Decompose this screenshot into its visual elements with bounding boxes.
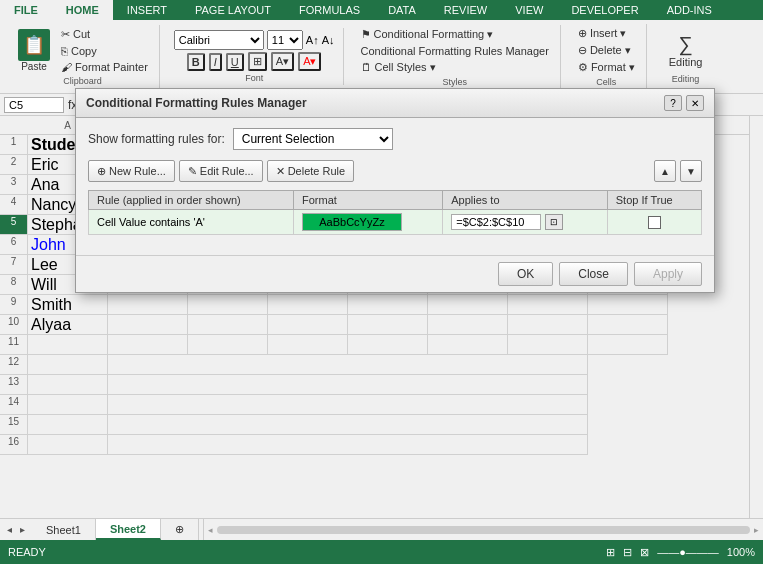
cell-g11[interactable] bbox=[508, 335, 588, 355]
zoom-slider[interactable]: ——●——— bbox=[657, 546, 719, 558]
view-page-break-icon[interactable]: ⊠ bbox=[640, 546, 649, 559]
increase-font-icon[interactable]: A↑ bbox=[306, 34, 319, 46]
font-label: Font bbox=[245, 73, 263, 83]
tab-page-layout[interactable]: PAGE LAYOUT bbox=[181, 0, 285, 20]
horizontal-scrollbar[interactable]: ◂ ▸ bbox=[203, 519, 763, 540]
tab-add-ins[interactable]: ADD-INS bbox=[653, 0, 726, 20]
cell-f10[interactable] bbox=[428, 315, 508, 335]
delete-rule-button[interactable]: ✕ Delete Rule bbox=[267, 160, 354, 182]
ok-button[interactable]: OK bbox=[498, 262, 553, 286]
font-family-select[interactable]: Calibri bbox=[174, 30, 264, 50]
vertical-scrollbar[interactable] bbox=[749, 116, 763, 518]
cell-c11[interactable] bbox=[188, 335, 268, 355]
move-down-button[interactable]: ▼ bbox=[680, 160, 702, 182]
show-rules-select[interactable]: Current Selection bbox=[233, 128, 393, 150]
cell-rest-15[interactable] bbox=[108, 415, 588, 435]
new-rule-label: New Rule... bbox=[109, 165, 166, 177]
format-cells-button[interactable]: ⚙ Format ▾ bbox=[575, 60, 638, 75]
cell-range-input[interactable] bbox=[451, 214, 541, 230]
cut-button[interactable]: ✂ Cut bbox=[58, 27, 151, 42]
cell-g10[interactable] bbox=[508, 315, 588, 335]
tab-review[interactable]: REVIEW bbox=[430, 0, 501, 20]
tab-home[interactable]: HOME bbox=[52, 0, 113, 20]
cell-a13[interactable] bbox=[28, 375, 108, 395]
tab-formulas[interactable]: FORMULAS bbox=[285, 0, 374, 20]
cell-a15[interactable] bbox=[28, 415, 108, 435]
collapse-range-button[interactable]: ⊡ bbox=[545, 214, 563, 230]
edit-rule-button[interactable]: ✎ Edit Rule... bbox=[179, 160, 263, 182]
sheet-tab-sheet2[interactable]: Sheet2 bbox=[96, 519, 161, 540]
cell-h11[interactable] bbox=[588, 335, 668, 355]
sheet-next-button[interactable]: ▸ bbox=[17, 524, 28, 535]
cell-f11[interactable] bbox=[428, 335, 508, 355]
cell-rest-14[interactable] bbox=[108, 395, 588, 415]
cell-b10[interactable] bbox=[108, 315, 188, 335]
cell-e11[interactable] bbox=[348, 335, 428, 355]
cell-e10[interactable] bbox=[348, 315, 428, 335]
cell-c9[interactable] bbox=[188, 295, 268, 315]
col-header-applies-to: Applies to bbox=[443, 191, 608, 210]
sheet-prev-button[interactable]: ◂ bbox=[4, 524, 15, 535]
dialog-close-button[interactable]: ✕ bbox=[686, 95, 704, 111]
view-normal-icon[interactable]: ⊞ bbox=[606, 546, 615, 559]
cell-a14[interactable] bbox=[28, 395, 108, 415]
fill-color-button[interactable]: A▾ bbox=[271, 52, 294, 71]
cell-g9[interactable] bbox=[508, 295, 588, 315]
cell-rest-12[interactable] bbox=[108, 355, 588, 375]
border-button[interactable]: ⊞ bbox=[248, 52, 267, 71]
tab-view[interactable]: VIEW bbox=[501, 0, 557, 20]
cell-a16[interactable] bbox=[28, 435, 108, 455]
zoom-level: 100% bbox=[727, 546, 755, 558]
tab-file[interactable]: FILE bbox=[0, 0, 52, 20]
rule-row-1[interactable]: Cell Value contains 'A' AaBbCcYyZz ⊡ bbox=[89, 210, 702, 235]
paste-button[interactable]: 📋 Paste bbox=[14, 27, 54, 74]
cell-d9[interactable] bbox=[268, 295, 348, 315]
cell-a11[interactable] bbox=[28, 335, 108, 355]
cell-a9[interactable]: Smith bbox=[28, 295, 108, 315]
delete-rule-icon: ✕ bbox=[276, 165, 285, 178]
cell-h10[interactable] bbox=[588, 315, 668, 335]
tab-data[interactable]: DATA bbox=[374, 0, 430, 20]
move-up-button[interactable]: ▲ bbox=[654, 160, 676, 182]
stop-if-true-checkbox[interactable] bbox=[648, 216, 661, 229]
name-box[interactable] bbox=[4, 97, 64, 113]
new-rule-button[interactable]: ⊕ New Rule... bbox=[88, 160, 175, 182]
cell-styles-button[interactable]: 🗒 Cell Styles ▾ bbox=[358, 60, 552, 75]
format-preview: AaBbCcYyZz bbox=[302, 213, 402, 231]
cell-c10[interactable] bbox=[188, 315, 268, 335]
apply-button[interactable]: Apply bbox=[634, 262, 702, 286]
add-sheet-button[interactable]: ⊕ bbox=[161, 519, 199, 540]
row-num-12: 12 bbox=[0, 355, 28, 375]
applies-to-container: ⊡ bbox=[451, 214, 599, 230]
cell-a12[interactable] bbox=[28, 355, 108, 375]
close-button[interactable]: Close bbox=[559, 262, 628, 286]
cell-d11[interactable] bbox=[268, 335, 348, 355]
view-layout-icon[interactable]: ⊟ bbox=[623, 546, 632, 559]
italic-button[interactable]: I bbox=[209, 53, 222, 71]
decrease-font-icon[interactable]: A↓ bbox=[322, 34, 335, 46]
cell-rest-16[interactable] bbox=[108, 435, 588, 455]
cell-rest-13[interactable] bbox=[108, 375, 588, 395]
insert-cells-button[interactable]: ⊕ Insert ▾ bbox=[575, 26, 638, 41]
sheet-tab-sheet1[interactable]: Sheet1 bbox=[32, 519, 96, 540]
delete-cells-button[interactable]: ⊖ Delete ▾ bbox=[575, 43, 638, 58]
format-painter-button[interactable]: 🖌 Format Painter bbox=[58, 60, 151, 74]
tab-developer[interactable]: DEVELOPER bbox=[557, 0, 652, 20]
font-color-button[interactable]: A▾ bbox=[298, 52, 321, 71]
cell-d10[interactable] bbox=[268, 315, 348, 335]
bold-button[interactable]: B bbox=[187, 53, 205, 71]
dialog-help-button[interactable]: ? bbox=[664, 95, 682, 111]
conditional-formatting-button[interactable]: ⚑ Conditional Formatting ▾ bbox=[358, 27, 552, 42]
tab-insert[interactable]: INSERT bbox=[113, 0, 181, 20]
format-as-table-button[interactable]: Conditional Formatting Rules Manager bbox=[358, 44, 552, 58]
cell-a10[interactable]: Alyaa bbox=[28, 315, 108, 335]
cell-e9[interactable] bbox=[348, 295, 428, 315]
font-size-select[interactable]: 11 bbox=[267, 30, 303, 50]
cell-b11[interactable] bbox=[108, 335, 188, 355]
rule-applies-to-cell: ⊡ bbox=[443, 210, 608, 235]
cell-f9[interactable] bbox=[428, 295, 508, 315]
underline-button[interactable]: U bbox=[226, 53, 244, 71]
cell-h9[interactable] bbox=[588, 295, 668, 315]
copy-button[interactable]: ⎘ Copy bbox=[58, 44, 151, 58]
cell-b9[interactable] bbox=[108, 295, 188, 315]
